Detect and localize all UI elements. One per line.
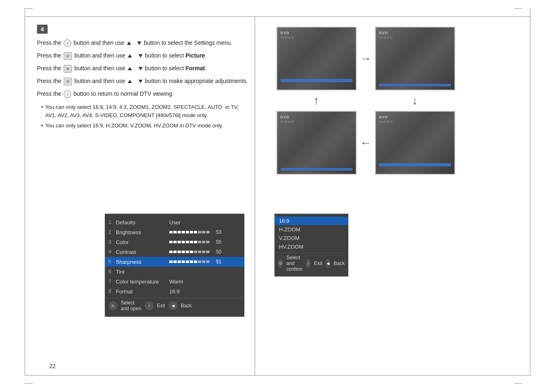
osd-row-5: 5 Sharpness 51	[105, 257, 244, 267]
osd-val-brightness: 53	[211, 229, 221, 235]
osd-row-4: 4 Contrast 50	[105, 247, 244, 257]
seg	[206, 241, 210, 243]
osd-bar-color: 55	[169, 239, 241, 245]
osd-row-8: 8 Format 16:9	[105, 286, 244, 296]
divider-vertical	[255, 16, 255, 376]
dvd-bar-br	[379, 163, 451, 166]
tick-tr-h	[514, 8, 522, 9]
inst5-text-after: button to return to normal DTV viewing.	[74, 90, 174, 97]
arrow-down-icon: ↓	[412, 94, 418, 107]
inst3-text-after: button to select Format.	[145, 65, 207, 71]
format-panel: 16:9 H.ZOOM V.ZOOM HV.ZOOM ⊙ Selectand c…	[274, 214, 348, 277]
inst3-text-middle: button and then use	[74, 65, 125, 71]
seg	[198, 241, 201, 243]
inst2-text-before: Press the	[37, 52, 61, 59]
format-select-label: Selectand confirm	[286, 255, 302, 272]
tick-tl-h	[25, 8, 33, 9]
seg	[186, 241, 189, 243]
dvd-bar-bl	[281, 168, 352, 171]
osd-bar-brightness: 53	[169, 229, 241, 235]
osd-val-format: 16:9	[169, 288, 180, 295]
format-row-hzoom[interactable]: H.ZOOM	[275, 225, 348, 234]
step-badge: 4	[37, 25, 251, 39]
format-row-16-9[interactable]: 16:9	[275, 217, 348, 225]
exit-icon-osd: i	[145, 301, 154, 310]
seg	[198, 261, 201, 263]
instruction-1: Press the i button and then use button t…	[37, 39, 251, 47]
seg	[190, 241, 193, 243]
seg	[186, 251, 189, 253]
instruction-4: Press the ≡ button and then use button t…	[37, 77, 251, 85]
dvd-inner-tr: DVD VIDEO	[376, 28, 454, 90]
tick-bl-h	[25, 383, 33, 384]
select-icon: ⊙	[108, 301, 117, 310]
page-number: 22	[49, 363, 56, 369]
border-left	[25, 16, 25, 376]
seg	[198, 251, 201, 253]
osd-row-1: 1 Defaults User	[105, 217, 244, 227]
inst5-text-before: Press the	[37, 90, 61, 97]
seg	[173, 241, 177, 243]
tick-br-v	[530, 367, 530, 376]
instruction-5: Press the i button to return to normal D…	[37, 90, 251, 98]
osd-num-1: 1	[108, 219, 116, 225]
osd-val-sharpness: 51	[211, 259, 221, 265]
osd-num-7: 7	[108, 279, 116, 284]
dvd-image-grid: DVD VIDEO → DVD VIDEO ↑ ↓ DVD VIDEO	[275, 25, 534, 177]
tick-br-h	[514, 383, 522, 384]
dvd-video-tl: VIDEO	[281, 36, 295, 39]
arrow-left-icon: ←	[360, 136, 371, 150]
arrow-down-icon-2	[138, 54, 143, 58]
seg	[169, 261, 173, 263]
osd-num-6: 6	[108, 269, 116, 274]
format-label-hvzoom: HV.ZOOM	[279, 244, 303, 250]
seg	[194, 251, 197, 253]
inst2-text-middle: button and then use	[74, 52, 125, 59]
format-row-vzoom[interactable]: V.ZOOM	[275, 234, 348, 242]
dvd-thumb-bottom-left: DVD VIDEO	[276, 111, 357, 175]
inst3-text-before: Press the	[37, 65, 61, 71]
osd-label-color: Color	[116, 239, 169, 245]
osd-label-defaults: Defaults	[116, 219, 169, 226]
bullet-list: You can only select 16:9, 14:9, 4:3, ZOO…	[37, 103, 251, 130]
format-label-hzoom: H.ZOOM	[279, 226, 300, 233]
osd-label-tint: Tint	[116, 269, 169, 275]
tick-bl-v	[25, 367, 25, 376]
border-top	[25, 16, 530, 17]
format-back-icon: ◀	[325, 259, 330, 268]
osd-num-4: 4	[108, 249, 116, 255]
menu-btn-3: ≡	[64, 65, 72, 73]
seg	[169, 251, 173, 253]
bullet-item-1: You can only select 16:9, 14:9, 4:3, ZOO…	[41, 103, 251, 119]
seg	[202, 261, 205, 263]
dvd-inner-tl: DVD VIDEO	[277, 28, 356, 90]
seg	[177, 251, 181, 253]
seg	[202, 241, 205, 243]
dvd-video-tr: VIDEO	[379, 36, 394, 39]
seg	[173, 261, 177, 263]
arrow-up-icon: ↑	[313, 94, 319, 107]
dvd-bar-tr	[379, 84, 451, 86]
arrow-up-icon-4	[128, 80, 132, 83]
dvd-video-bl: VIDEO	[281, 120, 295, 124]
osd-footer: ⊙ Selectand open i Exit ◀ Back	[105, 298, 244, 313]
osd-label-format: Format	[116, 288, 169, 295]
seg	[177, 241, 181, 243]
format-row-hvzoom[interactable]: HV.ZOOM	[275, 242, 348, 251]
seg	[190, 231, 193, 233]
seg	[169, 231, 173, 233]
seg	[182, 241, 185, 243]
dvd-logo-br: DVD	[379, 115, 388, 119]
osd-row-3: 3 Color 55	[105, 237, 244, 247]
inst4-text-before: Press the	[37, 78, 61, 84]
osd-bar-contrast-inner	[169, 251, 210, 253]
osd-bar-sharpness-inner	[169, 261, 210, 263]
osd-label-sharpness: Sharpness	[116, 259, 169, 265]
seg	[182, 251, 185, 253]
instruction-2: Press the ≡ button and then use button t…	[37, 51, 251, 60]
inst1-text-middle: button and then use	[74, 39, 124, 46]
bullet-item-2: You can only select 16:9, H.ZOOM, V.ZOOM…	[41, 122, 251, 130]
arrow-down-icon-3	[138, 67, 143, 70]
osd-footer-exit: Exit	[157, 303, 165, 309]
format-back-label: Back	[334, 261, 345, 266]
